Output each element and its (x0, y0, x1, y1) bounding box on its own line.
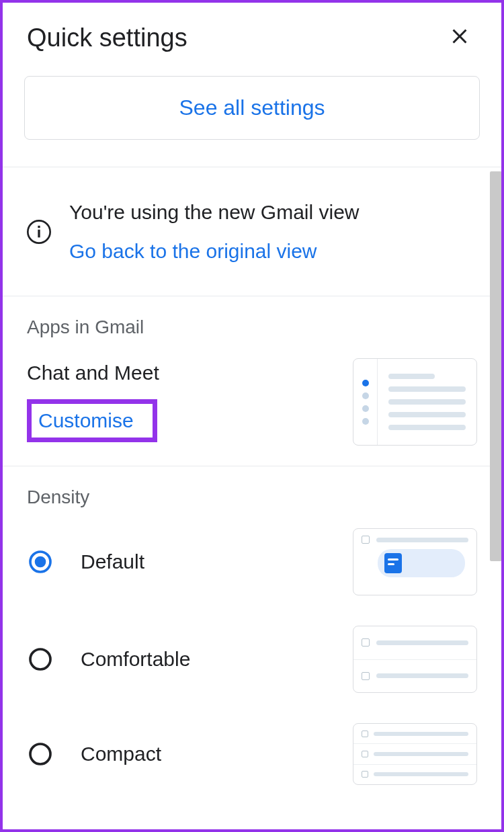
new-view-message: You're using the new Gmail view (69, 200, 485, 225)
info-icon (26, 218, 52, 245)
apps-left: Chat and Meet Customise (27, 362, 353, 442)
preview-line (374, 772, 468, 776)
radio-unselected-icon (27, 646, 54, 673)
density-section: Density Default (0, 466, 504, 805)
go-back-original-link[interactable]: Go back to the original view (69, 239, 485, 264)
preview-row (353, 765, 476, 784)
apps-preview-lines (378, 359, 476, 445)
density-option-compact[interactable]: Compact (27, 723, 477, 785)
checkbox-icon (362, 771, 368, 778)
svg-rect-2 (38, 225, 40, 227)
preview-row (353, 626, 476, 660)
density-preview-default (353, 528, 477, 595)
density-label: Compact (81, 743, 326, 765)
preview-line (376, 538, 468, 542)
preview-pill (378, 549, 465, 577)
density-option-comfortable[interactable]: Comfortable (27, 626, 477, 693)
panel-header: Quick settings (0, 0, 504, 59)
density-preview-comfortable (353, 626, 477, 693)
checkbox-icon (362, 672, 370, 680)
svg-point-5 (30, 649, 50, 669)
preview-row (353, 724, 476, 744)
checkbox-icon (362, 536, 370, 544)
density-options: Default Comfortable (27, 528, 477, 785)
preview-line (388, 386, 466, 392)
preview-line (376, 640, 468, 645)
radio-selected-icon (27, 548, 54, 575)
apps-section: Apps in Gmail Chat and Meet Customise (0, 296, 504, 466)
new-view-section: You're using the new Gmail view Go back … (0, 167, 504, 296)
preview-line (374, 752, 468, 756)
density-option-default[interactable]: Default (27, 528, 477, 595)
preview-line (388, 412, 466, 417)
radio-unselected-icon (27, 741, 54, 767)
density-section-title: Density (27, 487, 477, 508)
checkbox-icon (362, 638, 370, 647)
preview-line (388, 374, 435, 379)
dot-icon (362, 380, 369, 386)
apps-row: Chat and Meet Customise (27, 358, 477, 446)
quick-settings-panel: Quick settings See all settings You're u… (0, 0, 504, 832)
see-all-settings-button[interactable]: See all settings (24, 76, 480, 140)
dot-icon (362, 405, 369, 412)
svg-rect-1 (38, 229, 40, 237)
panel-title: Quick settings (27, 24, 187, 52)
customise-annotation: Customise (27, 399, 157, 442)
preview-line (374, 732, 468, 736)
apps-preview-thumbnail[interactable] (353, 358, 477, 446)
preview-line (388, 399, 466, 405)
new-view-text: You're using the new Gmail view Go back … (69, 200, 485, 263)
checkbox-icon (362, 731, 368, 737)
apps-section-title: Apps in Gmail (27, 317, 477, 338)
preview-line (376, 673, 468, 678)
density-label: Default (81, 550, 326, 573)
document-icon (384, 553, 402, 573)
see-all-container: See all settings (0, 59, 504, 167)
close-icon (448, 24, 472, 54)
svg-point-6 (30, 744, 50, 764)
chat-meet-heading: Chat and Meet (27, 362, 353, 384)
preview-line (388, 425, 466, 430)
density-preview-compact (353, 723, 477, 785)
scrollbar-thumb[interactable] (490, 171, 502, 561)
close-button[interactable] (448, 24, 477, 52)
density-label: Comfortable (81, 648, 326, 671)
dot-icon (362, 418, 369, 425)
apps-preview-dots (353, 359, 378, 445)
customise-highlight-box: Customise (27, 399, 157, 442)
checkbox-icon (362, 751, 368, 757)
preview-row (362, 536, 468, 544)
svg-point-4 (35, 556, 46, 568)
preview-row (353, 660, 476, 693)
preview-row (353, 744, 476, 764)
dot-icon (362, 392, 369, 399)
customise-link[interactable]: Customise (38, 409, 134, 431)
